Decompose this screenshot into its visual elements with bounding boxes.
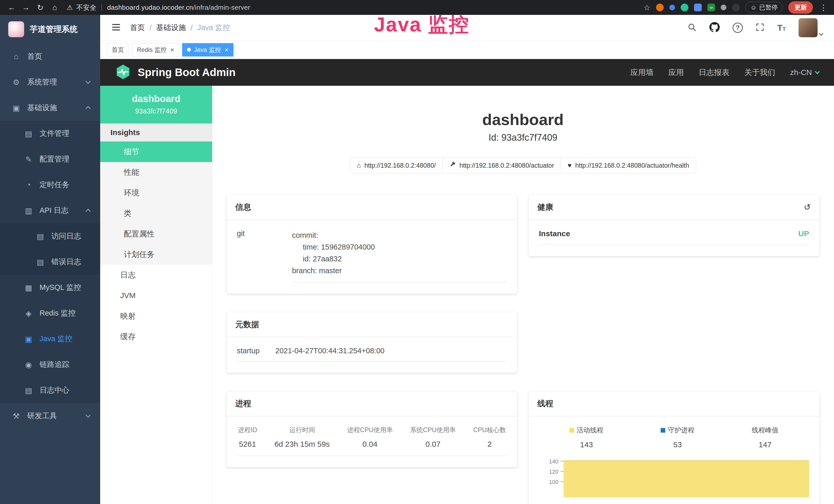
edit-icon: ✎ <box>24 155 34 164</box>
extension-on-badge[interactable]: on <box>707 4 715 11</box>
sidebar-item-jobs[interactable]: ◔ 定时任务 <box>0 172 100 198</box>
search-icon[interactable] <box>687 23 697 33</box>
page-instance-id: Id: 93a3fc7f7409 <box>226 132 819 143</box>
y-tick-label: 140 <box>549 458 558 465</box>
health-card: 健康 ↺ Instance UP <box>529 195 819 256</box>
heart-icon: ♥ <box>568 161 571 169</box>
tab-paused-chip[interactable]: ☺ 已暂停 <box>745 2 783 13</box>
browser-menu-kebab-icon[interactable]: ⋮ <box>818 3 828 12</box>
sba-menu-mappings[interactable]: 映射 <box>100 306 212 326</box>
sidebar-item-error-logs[interactable]: ▤ 错误日志 <box>0 249 100 275</box>
sba-menu-caches[interactable]: 缓存 <box>100 326 212 347</box>
sidebar-item-api-logs[interactable]: ▥ API 日志 <box>0 198 100 223</box>
language-selector[interactable]: zh-CN <box>790 68 819 77</box>
sidebar-item-system[interactable]: ⚙ 系统管理 <box>0 69 100 95</box>
extension-icon[interactable] <box>694 4 702 11</box>
health-url-button[interactable]: ♥ http://192.168.0.2:48080/actuator/heal… <box>561 157 696 173</box>
health-row-instance[interactable]: Instance UP <box>539 229 809 245</box>
sidebar-item-redis[interactable]: ◈ Redis 监控 <box>0 300 100 326</box>
sba-brand-title[interactable]: Spring Boot Admin <box>138 66 236 78</box>
tools-icon: ⚒ <box>11 412 21 420</box>
chevron-up-icon <box>86 209 91 214</box>
legend-swatch <box>661 428 665 433</box>
breadcrumb-infrastructure[interactable]: 基础设施 <box>156 23 186 33</box>
sidebar-item-log-center[interactable]: ▤ 日志中心 <box>0 377 100 403</box>
process-card: 进程 进程ID 5261 运行时间 6d 23h 15m 59 <box>226 391 517 467</box>
sba-sidebar: dashboard 93a3fc7f7409 Insights 细节 性能 环境… <box>100 86 213 504</box>
sidebar-item-dev-tools[interactable]: ⚒ 研发工具 <box>0 403 100 429</box>
update-button[interactable]: 更新 <box>788 1 813 14</box>
card-title: 线程 <box>537 398 553 409</box>
sba-menu-jvm[interactable]: JVM <box>100 285 212 306</box>
extension-icon[interactable] <box>670 5 675 10</box>
tab-java-monitor[interactable]: Java 监控 × <box>182 43 234 56</box>
sidebar-item-home[interactable]: ⌂ 首页 <box>0 44 100 69</box>
tab-redis-monitor[interactable]: Redis 监控 × <box>132 43 179 56</box>
extension-icon[interactable] <box>721 5 726 10</box>
sba-nav-wallboard[interactable]: 应用墙 <box>630 67 654 78</box>
admin-sidebar: 芋道管理系统 ⌂ 首页 ⚙ 系统管理 ▣ 基础设施 ▤ 文件管理 ✎ 配置管理 … <box>0 15 100 504</box>
tags-view: 首页 Redis 监控 × Java 监控 × <box>100 41 834 59</box>
breadcrumb-current: Java 监控 <box>197 23 230 33</box>
sba-nav-about[interactable]: 关于我们 <box>744 67 775 78</box>
browser-chrome: ← → ↻ ⌂ ⚠ 不安全 dashboard.yudao.iocoder.cn… <box>0 0 834 15</box>
metadata-card: 元数据 startup 2021-04-27T00:44:31.254+08:0… <box>226 312 517 373</box>
home-icon: ⌂ <box>11 52 21 61</box>
sba-menu-classes[interactable]: 类 <box>100 203 212 224</box>
sba-nav-journal[interactable]: 日志报表 <box>699 67 729 78</box>
stat-system-cpu: 系统CPU使用率 0.07 <box>410 426 456 449</box>
document-icon: ▤ <box>36 257 45 267</box>
font-size-icon[interactable]: TT <box>777 23 786 33</box>
log-center-icon: ▤ <box>24 386 34 395</box>
warning-icon: ⚠ <box>67 4 73 12</box>
sidebar-item-java-monitor[interactable]: ▣ Java 监控 <box>0 326 100 352</box>
home-button[interactable]: ⌂ <box>49 3 61 12</box>
breadcrumb-home[interactable]: 首页 <box>130 23 145 33</box>
history-icon[interactable]: ↺ <box>804 202 811 212</box>
extension-icon[interactable] <box>656 4 664 11</box>
database-icon: ▦ <box>24 283 34 292</box>
card-title: 健康 <box>537 202 553 212</box>
help-icon[interactable]: ? <box>732 23 743 33</box>
extension-icon[interactable] <box>732 4 740 11</box>
card-title: 信息 <box>235 202 251 212</box>
sba-menu-performance[interactable]: 性能 <box>100 162 212 183</box>
extension-icon[interactable] <box>681 4 688 11</box>
instance-header[interactable]: dashboard 93a3fc7f7409 <box>100 86 212 123</box>
sidebar-item-mysql[interactable]: ▦ MySQL 监控 <box>0 275 100 300</box>
actuator-url-button[interactable]: http://192.168.0.2:48080/actuator <box>443 157 561 173</box>
address-bar[interactable]: ⚠ 不安全 dashboard.yudao.iocoder.cn/infra/a… <box>67 3 250 12</box>
sidebar-collapse-button[interactable] <box>111 23 121 32</box>
info-row-git: git commit: time: 1596289704000 id: 27aa… <box>237 229 507 282</box>
close-icon[interactable]: × <box>170 46 174 53</box>
close-icon[interactable]: × <box>225 46 228 53</box>
sba-nav-applications[interactable]: 应用 <box>668 67 684 78</box>
sba-menu-logs[interactable]: 日志 <box>100 265 212 285</box>
app-logo-area[interactable]: 芋道管理系统 <box>0 15 100 44</box>
sidebar-item-tracing[interactable]: ◉ 链路追踪 <box>0 352 100 377</box>
tab-home[interactable]: 首页 <box>107 43 129 56</box>
sidebar-item-access-logs[interactable]: ▤ 访问日志 <box>0 223 100 249</box>
refresh-button[interactable]: ↻ <box>35 3 46 12</box>
sidebar-item-infrastructure[interactable]: ▣ 基础设施 <box>0 95 100 121</box>
sidebar-item-files[interactable]: ▤ 文件管理 <box>0 121 100 146</box>
fullscreen-icon[interactable] <box>756 23 764 32</box>
chevron-down-icon <box>86 413 91 418</box>
sba-menu-details[interactable]: 细节 <box>100 141 212 162</box>
sidebar-item-config[interactable]: ✎ 配置管理 <box>0 146 100 172</box>
service-url-button[interactable]: ⌂ http://192.168.0.2:48080/ <box>350 157 443 173</box>
bookmark-star-icon[interactable]: ☆ <box>644 3 651 12</box>
avatar <box>798 18 817 37</box>
forward-button[interactable]: → <box>20 3 32 12</box>
sba-header: Spring Boot Admin 应用墙 应用 日志报表 关于我们 zh-CN <box>100 59 834 86</box>
user-menu[interactable] <box>798 18 823 37</box>
threads-card: 线程 活动线程 143 守护进程 53 <box>529 391 819 504</box>
sba-menu-environment[interactable]: 环境 <box>100 183 212 203</box>
sba-menu-config-props[interactable]: 配置属性 <box>100 224 212 244</box>
github-icon[interactable] <box>709 22 720 33</box>
log-icon: ▥ <box>24 206 34 215</box>
back-button[interactable]: ← <box>6 3 18 12</box>
stat-pid: 进程ID 5261 <box>238 426 257 449</box>
status-badge: UP <box>798 229 809 238</box>
sba-menu-scheduled-tasks[interactable]: 计划任务 <box>100 244 212 265</box>
